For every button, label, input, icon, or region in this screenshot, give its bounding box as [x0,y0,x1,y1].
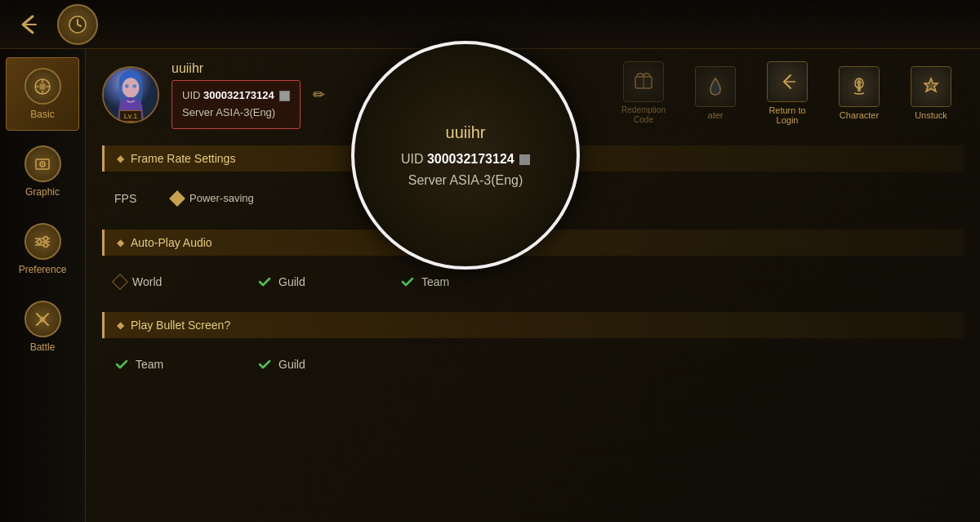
copy-icon[interactable] [279,91,290,101]
profile-username: uuiihr [172,61,301,76]
bullet-team-label: Team [136,358,163,371]
action-btn-redeem[interactable]: RedemptionCode [611,61,676,125]
uid-value: 300032173124 [203,89,274,101]
edit-icon[interactable]: ✏ [313,86,325,104]
magnify-uid: UID 300032173124 [401,152,530,167]
sidebar-item-preference[interactable]: Preference [6,212,79,286]
svg-point-9 [42,163,43,165]
action-btn-return-login[interactable]: Return toLogin [755,61,820,125]
unstuck-label: Unstuck [915,110,947,120]
uid-line: UID 300032173124 [182,87,290,105]
bullet-options-row: Team Guild [102,350,964,378]
svg-point-12 [44,243,48,247]
back-button[interactable] [8,4,49,45]
audio-world-label: World [132,275,162,288]
return-login-icon [767,61,808,102]
sidebar-item-graphic[interactable]: Graphic [6,135,79,208]
fps-option-power-saving[interactable]: Power-saving [172,192,254,204]
audio-team-toggle[interactable]: Team [400,274,531,289]
bullet-guild-check-icon [257,357,272,372]
redeem-icon [623,61,664,102]
audio-options-row: World Guild Team [102,268,964,296]
graphic-icon [24,145,61,182]
audio-guild-toggle[interactable]: Guild [257,274,388,289]
sidebar-item-basic[interactable]: Basic [6,57,79,131]
server-value: ASIA-3(Eng) [216,106,275,118]
unstuck-icon [911,66,951,107]
audio-world-toggle[interactable]: World [114,275,245,288]
server-line: Server ASIA-3(Eng) [182,105,290,122]
magnify-copy-icon [519,154,530,165]
audio-team-label: Team [421,275,449,288]
action-buttons-row: RedemptionCode ater Return toLogin [611,61,964,125]
magnify-uid-value: 300032173124 [427,152,514,166]
fps-label: FPS [114,192,155,205]
bullet-guild-label: Guild [278,358,305,371]
bullet-screen-section: ◆ Play Bullet Screen? Team Guild [102,312,964,378]
fps-power-saving-label: Power-saving [189,192,254,204]
svg-point-26 [132,84,136,88]
graphic-label: Graphic [25,186,60,198]
basic-label: Basic [30,109,54,120]
action-btn-return-character[interactable]: Character [826,61,892,125]
diamond-icon: ◆ [117,153,124,164]
audio-diamond-icon: ◆ [117,237,124,248]
return-character-icon [839,66,880,107]
action-btn-unstuck[interactable]: Unstuck [898,61,964,125]
preference-label: Preference [19,264,67,275]
svg-point-2 [39,83,46,90]
return-character-label: Character [840,110,879,120]
svg-point-24 [122,78,140,98]
bullet-guild-toggle[interactable]: Guild [257,357,388,372]
magnify-overlay: uuiihr UID 300032173124 Server ASIA-3(En… [351,41,580,270]
battle-icon [24,301,61,337]
action-btn-water[interactable]: ater [683,61,748,125]
bullet-screen-header: ◆ Play Bullet Screen? [102,312,964,338]
battle-label: Battle [30,341,56,353]
svg-point-25 [125,84,129,88]
magnify-server-label: Server [408,173,447,187]
world-diamond-icon [112,274,128,290]
level-badge: Lv.1 [119,110,142,122]
sidebar: Basic Graphic Preferen [0,49,86,522]
magnify-uid-label: UID [401,152,424,166]
basic-icon [24,68,61,105]
auto-play-audio-title: Auto-Play Audio [131,236,212,249]
magnify-server-value: ASIA-3(Eng) [449,173,523,187]
uid-box: UID 300032173124 Server ASIA-3(Eng) [172,80,301,129]
notification-button[interactable] [57,4,98,45]
water-icon [695,66,736,107]
top-bar [0,0,980,49]
bullet-team-check-icon [114,357,129,372]
guild-check-icon [257,274,272,289]
fps-diamond-power-saving [169,190,185,207]
preference-icon [24,223,61,260]
bullet-diamond-icon: ◆ [117,319,124,331]
svg-point-10 [38,239,42,243]
magnify-username: uuiihr [446,123,486,142]
server-label: Server [182,106,213,118]
svg-point-11 [44,236,48,240]
audio-guild-label: Guild [278,275,305,288]
water-label: ater [708,110,724,120]
team-check-icon [400,274,415,289]
redeem-label: RedemptionCode [621,105,666,125]
frame-rate-title: Frame Rate Settings [131,152,235,165]
return-login-label: Return toLogin [768,105,805,125]
uid-label: UID [182,89,200,101]
sidebar-item-battle[interactable]: Battle [6,290,79,364]
avatar: Lv.1 [102,66,159,123]
magnify-server: Server ASIA-3(Eng) [408,173,523,188]
bullet-team-toggle[interactable]: Team [114,357,245,372]
profile-info: uuiihr UID 300032173124 Server ASIA-3(En… [172,61,301,129]
bullet-screen-title: Play Bullet Screen? [131,319,230,332]
